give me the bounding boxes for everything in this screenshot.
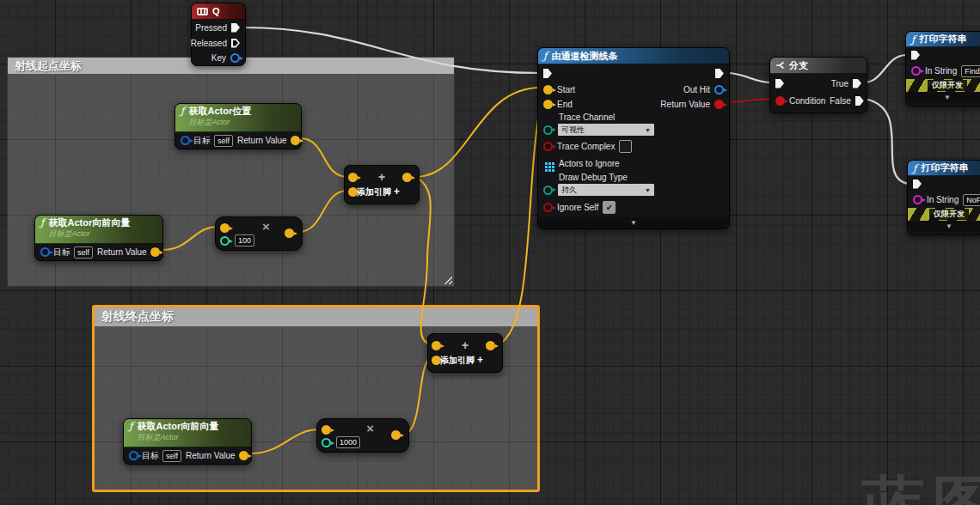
target-pin[interactable]	[129, 451, 138, 460]
exec-in-pin[interactable]	[543, 69, 552, 78]
ignore-self-checkbox[interactable]: ✔	[603, 201, 616, 214]
function-icon: ƒ	[913, 164, 916, 173]
node-add-a[interactable]: + 添加引脚 +	[344, 165, 420, 204]
trace-complex-checkbox[interactable]	[619, 140, 632, 153]
out-hit-pin[interactable]	[714, 85, 724, 94]
wire-vector-multiply-a-to-add-a[interactable]	[298, 191, 347, 232]
exec-in-pin[interactable]	[913, 179, 922, 189]
exec-out-pin-pressed[interactable]	[231, 23, 240, 33]
return-value-pin[interactable]	[291, 136, 300, 145]
node-title: Q	[212, 6, 220, 16]
true-label: True	[831, 79, 848, 88]
in-string-pin[interactable]	[911, 66, 921, 76]
wire-vector-forward-a-to-multiply-a[interactable]	[162, 227, 218, 250]
node-collapse-button[interactable]: ▼	[906, 92, 980, 103]
wire-exec-true-to-print-a[interactable]	[864, 55, 907, 82]
draw-debug-type-label: Draw Debug Type	[559, 173, 628, 182]
add-pin-label[interactable]: 添加引脚 +	[428, 354, 495, 367]
multiply-input-a-pin[interactable]	[220, 223, 230, 233]
keyboard-icon	[197, 8, 208, 15]
target-pin[interactable]	[40, 247, 50, 257]
return-value-pin[interactable]	[714, 100, 724, 109]
multiply-input-b-pin[interactable]	[322, 438, 331, 447]
node-get-actor-location[interactable]: ƒ 获取Actor位置 目标是Actor 目标 self Return Valu…	[175, 103, 302, 149]
node-title: 打印字符串	[919, 33, 966, 46]
plus-icon: +	[345, 171, 419, 183]
development-only-label: 仅限开发	[929, 209, 969, 220]
return-value-label: Return Value	[660, 100, 710, 109]
node-multiply-100[interactable]: × 100	[215, 216, 303, 251]
exec-out-pin-released[interactable]	[231, 39, 240, 48]
target-pin[interactable]	[181, 136, 190, 145]
trace-complex-label: Trace Complex	[557, 142, 615, 151]
node-print-string-find[interactable]: ƒ 打印字符串 In String Find 仅限开发 ▼	[905, 31, 980, 106]
return-value-pin[interactable]	[239, 451, 248, 460]
exec-in-pin[interactable]	[775, 79, 784, 88]
exec-out-pin[interactable]	[715, 69, 724, 78]
trace-channel-pin[interactable]	[543, 125, 553, 135]
node-add-b[interactable]: + 添加引脚 +	[427, 333, 503, 373]
function-icon: ƒ	[181, 106, 184, 115]
target-label: 目标	[142, 450, 159, 462]
exec-out-pin-true[interactable]	[853, 79, 861, 88]
node-print-string-nofind[interactable]: ƒ 打印字符串 In String NoFind 仅限开发 ▼	[907, 160, 980, 235]
in-string-value-box[interactable]: Find	[961, 65, 980, 77]
condition-pin[interactable]	[775, 96, 785, 106]
node-branch[interactable]: 分支 True Condition False	[769, 57, 867, 113]
node-line-trace-by-channel[interactable]: ƒ 由通道检测线条 Start Out Hit End Return Value	[537, 47, 730, 229]
multiply-input-a-pin[interactable]	[322, 425, 331, 435]
target-value-box[interactable]: self	[74, 246, 93, 259]
node-get-forward-vector-b[interactable]: ƒ 获取Actor向前向量 目标是Actor 目标 self Return Va…	[123, 418, 252, 465]
end-pin[interactable]	[543, 100, 553, 109]
multiply-output-pin[interactable]	[285, 228, 294, 238]
node-subtitle: 目标是Actor	[137, 432, 218, 443]
function-icon: ƒ	[40, 218, 44, 227]
add-pin-plus-icon[interactable]: +	[394, 186, 400, 198]
out-hit-label: Out Hit	[683, 85, 710, 94]
key-struct-pin[interactable]	[230, 53, 240, 63]
ignore-self-pin[interactable]	[543, 203, 553, 212]
multiply-value-box[interactable]: 1000	[336, 436, 360, 448]
multiply-value-box[interactable]: 100	[235, 234, 254, 246]
wire-bool-return-to-condition[interactable]	[726, 99, 771, 102]
wire-exec-trace-to-branch[interactable]	[726, 73, 771, 82]
branch-icon	[775, 61, 785, 70]
node-key-event-q[interactable]: Q Pressed Released Key	[191, 3, 246, 66]
in-string-pin[interactable]	[913, 195, 922, 204]
draw-debug-type-pin[interactable]	[543, 186, 553, 195]
return-value-label: Return Value	[186, 451, 236, 460]
wire-vector-add-a-to-start[interactable]	[415, 88, 541, 177]
start-label: Start	[557, 85, 575, 94]
draw-debug-type-dropdown[interactable]: 持久 ▼	[557, 183, 655, 197]
trace-channel-label: Trace Channel	[559, 113, 615, 122]
condition-label: Condition	[789, 96, 825, 106]
trace-channel-dropdown[interactable]: 可视性 ▼	[557, 123, 655, 137]
node-multiply-1000[interactable]: × 1000	[316, 418, 409, 453]
actors-to-ignore-label: Actors to Ignore	[559, 159, 620, 168]
add-pin-label[interactable]: 添加引脚 +	[345, 186, 412, 198]
trace-complex-pin[interactable]	[543, 142, 553, 151]
node-collapse-button[interactable]: ▼	[538, 217, 729, 228]
exec-in-pin[interactable]	[911, 51, 920, 60]
multiply-output-pin[interactable]	[391, 430, 401, 440]
multiply-input-b-pin[interactable]	[220, 236, 230, 246]
target-value-box[interactable]: self	[162, 450, 181, 462]
wire-vector-add-b-to-end[interactable]	[499, 102, 541, 344]
in-string-value-box[interactable]: NoFind	[963, 194, 980, 206]
chevron-down-icon: ▼	[630, 219, 637, 227]
return-value-pin[interactable]	[150, 247, 160, 257]
start-pin[interactable]	[543, 85, 553, 94]
node-collapse-button[interactable]: ▼	[908, 221, 980, 232]
node-get-forward-vector-a[interactable]: ƒ 获取Actor向前向量 目标是Actor 目标 self Return Va…	[34, 215, 163, 261]
array-pin-icon[interactable]	[545, 162, 548, 165]
add-pin-plus-icon[interactable]: +	[477, 354, 483, 366]
node-title: 由通道检测线条	[551, 50, 617, 63]
blueprint-graph-canvas[interactable]: 蓝图 射线起点坐标 射线终点坐标 Q Pressed	[0, 0, 980, 505]
wire-exec-pressed-to-trace[interactable]	[243, 27, 541, 73]
wire-exec-false-to-print-b[interactable]	[864, 99, 909, 184]
target-value-box[interactable]: self	[214, 135, 233, 147]
wire-vector-location-to-add-a[interactable]	[300, 138, 347, 177]
function-icon: ƒ	[543, 52, 547, 60]
exec-out-pin-false[interactable]	[855, 96, 864, 106]
wire-vector-forward-b-to-multiply-b[interactable]	[250, 429, 320, 453]
